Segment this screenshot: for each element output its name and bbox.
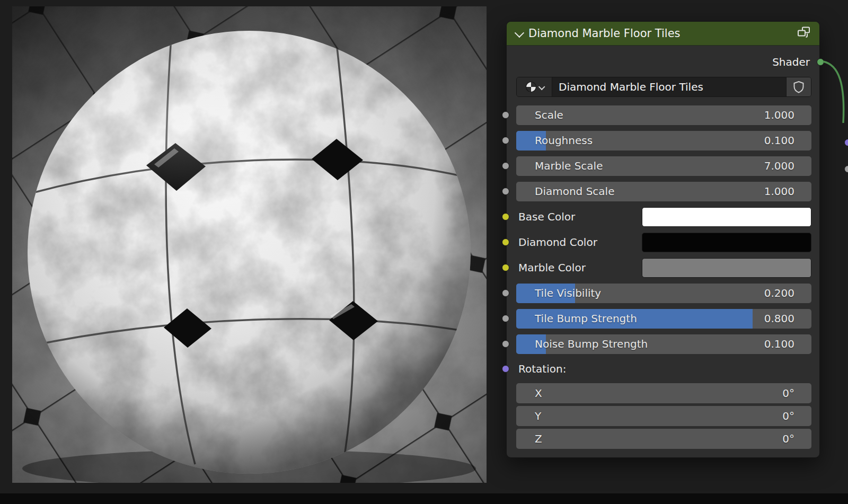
socket-input-diamond-color[interactable] — [502, 238, 509, 246]
material-preview — [12, 6, 487, 483]
output-label-shader: Shader — [772, 53, 810, 71]
slider-label: Roughness — [535, 131, 593, 151]
marble-color-swatch[interactable] — [642, 258, 811, 278]
socket-input-rotation[interactable] — [502, 365, 509, 373]
node-title: Diamond Marble Floor Tiles — [528, 27, 791, 40]
slider-value: 1.000 — [764, 105, 794, 125]
color-label: Diamond Color — [518, 233, 597, 252]
preview-render — [12, 6, 487, 483]
slider-value: 0.800 — [764, 309, 794, 329]
slider-label: Marble Scale — [535, 156, 603, 176]
axis-label: Y — [535, 406, 541, 426]
slider-marble-scale[interactable]: Marble Scale 7.000 — [516, 156, 811, 176]
color-row-marble-color: Marble Color — [516, 258, 811, 278]
offscreen-socket-gray[interactable] — [844, 165, 848, 173]
shield-icon — [793, 81, 805, 93]
slider-tile-visibility[interactable]: Tile Visibility 0.200 — [516, 284, 811, 303]
node-group-icon — [797, 26, 811, 40]
rotation-y-field[interactable]: Y 0° — [516, 406, 811, 426]
axis-label: X — [535, 383, 542, 403]
socket-input-marble-color[interactable] — [502, 264, 509, 271]
color-row-base-color: Base Color — [516, 207, 811, 227]
slider-roughness[interactable]: Roughness 0.100 — [516, 131, 811, 151]
axis-value: 0° — [782, 406, 794, 426]
socket-input-roughness[interactable] — [502, 137, 509, 144]
rotation-x-field[interactable]: X 0° — [516, 383, 811, 403]
rotation-z-field[interactable]: Z 0° — [516, 429, 811, 449]
material-sphere-icon — [525, 81, 537, 93]
material-browse-button[interactable] — [517, 77, 552, 96]
node-body: Shader Diamond Marble Floor Tiles — [507, 46, 819, 457]
slider-label: Scale — [535, 105, 563, 125]
color-row-diamond-color: Diamond Color — [516, 233, 811, 252]
color-label: Base Color — [518, 207, 575, 227]
socket-input-base-color[interactable] — [502, 213, 509, 220]
diamond-color-swatch[interactable] — [642, 233, 811, 252]
slider-diamond-scale[interactable]: Diamond Scale 1.000 — [516, 182, 811, 201]
chevron-down-icon — [538, 83, 545, 90]
slider-scale[interactable]: Scale 1.000 — [516, 105, 811, 125]
socket-input-scale[interactable] — [502, 111, 509, 119]
chevron-down-icon[interactable] — [515, 28, 524, 37]
slider-label: Diamond Scale — [535, 182, 614, 201]
slider-value: 0.200 — [764, 284, 794, 303]
slider-value: 0.100 — [764, 334, 794, 354]
node-header[interactable]: Diamond Marble Floor Tiles — [507, 22, 819, 46]
material-name[interactable]: Diamond Marble Floor Tiles — [552, 77, 786, 96]
node-diamond-marble-floor-tiles[interactable]: Diamond Marble Floor Tiles Shader — [506, 21, 820, 458]
slider-value: 1.000 — [764, 182, 794, 201]
socket-input-tile-visibility[interactable] — [502, 289, 509, 297]
slider-noise-bump-strength[interactable]: Noise Bump Strength 0.100 — [516, 334, 811, 354]
axis-value: 0° — [782, 429, 794, 449]
slider-label: Tile Visibility — [535, 284, 601, 303]
slider-value: 0.100 — [764, 131, 794, 151]
socket-input-diamond-scale[interactable] — [502, 188, 509, 195]
sphere-edge-shading — [28, 31, 471, 474]
material-selector[interactable]: Diamond Marble Floor Tiles — [516, 77, 811, 97]
socket-input-marble-scale[interactable] — [502, 162, 509, 170]
socket-input-noise-bump-strength[interactable] — [502, 340, 509, 348]
axis-value: 0° — [782, 383, 794, 403]
offscreen-socket-purple[interactable] — [844, 139, 848, 146]
slider-label: Noise Bump Strength — [535, 334, 648, 354]
color-label: Marble Color — [518, 258, 586, 278]
rotation-label: Rotation: — [518, 360, 566, 378]
socket-input-tile-bump-strength[interactable] — [502, 315, 509, 322]
axis-label: Z — [535, 429, 542, 449]
slider-value: 7.000 — [764, 156, 794, 176]
shader-link-noodle — [821, 55, 848, 124]
slider-tile-bump-strength[interactable]: Tile Bump Strength 0.800 — [516, 309, 811, 329]
slider-label: Tile Bump Strength — [535, 309, 637, 329]
fake-user-button[interactable] — [786, 77, 811, 96]
bottom-bar — [0, 493, 848, 504]
base-color-swatch[interactable] — [642, 207, 811, 227]
